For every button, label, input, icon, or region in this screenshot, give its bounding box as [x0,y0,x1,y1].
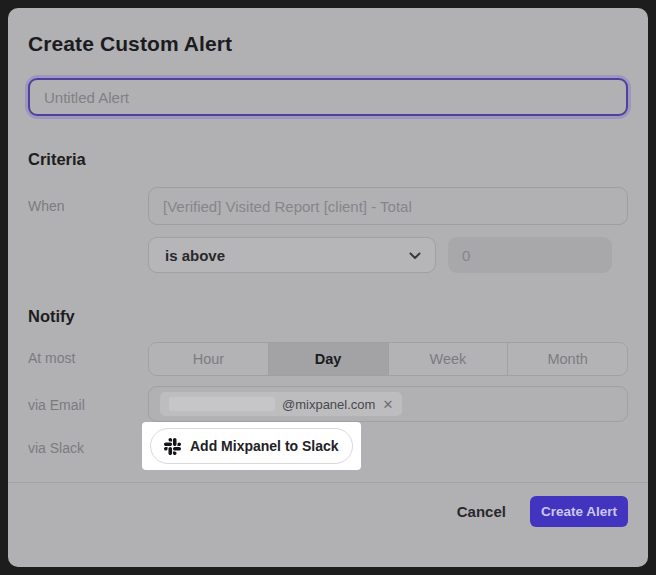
when-row: When [28,187,628,225]
alert-name-field-focus-ring [28,78,628,116]
operator-dropdown[interactable]: is above [148,237,436,273]
frequency-segmented-control: Hour Day Week Month [148,342,628,376]
email-recipient-chip: @mixpanel.com ✕ [160,392,402,416]
chip-close-icon[interactable]: ✕ [382,398,393,411]
cancel-button[interactable]: Cancel [455,497,508,526]
condition-row: is above [28,237,628,273]
slack-row: via Slack [28,422,628,470]
at-most-label: At most [28,342,148,366]
create-alert-button[interactable]: Create Alert [530,496,628,527]
email-recipients-input[interactable]: @mixpanel.com ✕ [148,386,628,422]
operator-selected-value: is above [165,247,225,264]
email-domain-text: @mixpanel.com [282,397,375,412]
create-custom-alert-modal: Create Custom Alert Criteria When is abo… [8,8,648,567]
frequency-option-week[interactable]: Week [388,343,508,375]
via-email-label: via Email [28,386,148,413]
modal-title: Create Custom Alert [28,32,628,56]
email-row: via Email @mixpanel.com ✕ [28,386,628,422]
slack-button-label: Add Mixpanel to Slack [190,438,339,454]
criteria-heading: Criteria [28,150,628,169]
add-mixpanel-to-slack-button[interactable]: Add Mixpanel to Slack [150,428,353,464]
chevron-down-icon [409,246,421,264]
frequency-option-hour[interactable]: Hour [149,343,268,375]
frequency-option-month[interactable]: Month [507,343,627,375]
via-slack-label: via Slack [28,422,148,456]
notify-heading: Notify [28,307,628,326]
threshold-input[interactable] [448,237,612,273]
redacted-email-name [169,397,275,411]
when-label: When [28,187,148,214]
event-input[interactable] [148,187,628,225]
frequency-row: At most Hour Day Week Month [28,342,628,376]
slack-button-spotlight: Add Mixpanel to Slack [142,422,361,470]
frequency-option-day[interactable]: Day [268,343,388,375]
modal-footer: Cancel Create Alert [8,483,648,527]
slack-icon [164,438,181,455]
alert-name-input[interactable] [28,78,628,116]
